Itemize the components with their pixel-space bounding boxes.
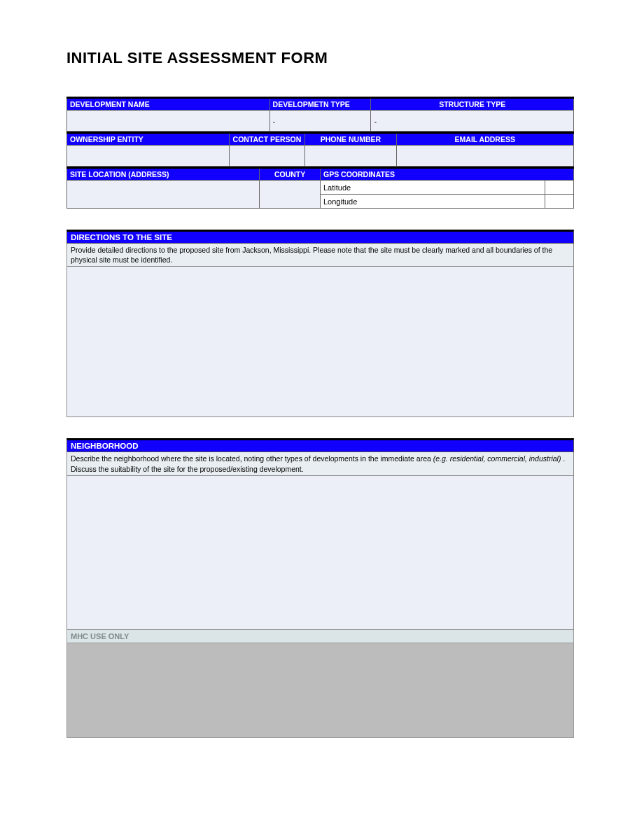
label-development-name: DEVELOPMENT NAME	[67, 98, 270, 111]
header-directions: DIRECTIONS TO THE SITE	[66, 230, 574, 244]
label-email-address: EMAIL ADDRESS	[396, 133, 573, 146]
input-longitude[interactable]	[545, 195, 573, 209]
label-county: COUNTY	[260, 168, 321, 181]
info-table-1: DEVELOPMENT NAME DEVELOPMETN TYPE STRUCT…	[66, 97, 574, 132]
input-structure-type[interactable]: -	[371, 111, 574, 132]
input-site-location[interactable]	[67, 181, 260, 209]
label-site-location: SITE LOCATION (ADDRESS)	[67, 168, 260, 181]
label-gps-coordinates: GPS COORDINATES	[320, 168, 573, 181]
neighborhood-instr-pre: Describe the neighborhood where the site…	[71, 454, 433, 463]
input-county[interactable]	[260, 181, 321, 209]
header-mhc-use-only: MHC USE ONLY	[66, 630, 574, 643]
input-phone-number[interactable]	[305, 146, 396, 167]
label-contact-person: CONTACT PERSON	[229, 133, 305, 146]
input-ownership-entity[interactable]	[67, 146, 230, 167]
input-development-name[interactable]	[67, 111, 270, 132]
instructions-neighborhood: Describe the neighborhood where the site…	[66, 452, 574, 475]
page-title: INITIAL SITE ASSESSMENT FORM	[66, 49, 574, 67]
label-development-type: DEVELOPMETN TYPE	[270, 98, 371, 111]
info-table-3: SITE LOCATION (ADDRESS) COUNTY GPS COORD…	[66, 167, 574, 209]
label-longitude: Longitude	[320, 195, 545, 209]
section-neighborhood: NEIGHBORHOOD Describe the neighborhood w…	[66, 438, 574, 737]
label-latitude: Latitude	[320, 181, 545, 195]
neighborhood-instr-em: (e.g. residential, commercial, industria…	[433, 454, 561, 463]
input-directions[interactable]	[66, 267, 574, 417]
input-development-type[interactable]: -	[270, 111, 371, 132]
area-mhc-use-only	[66, 643, 574, 738]
input-contact-person[interactable]	[229, 146, 305, 167]
instructions-directions: Provide detailed directions to the propo…	[66, 244, 574, 267]
label-phone-number: PHONE NUMBER	[305, 133, 396, 146]
label-structure-type: STRUCTURE TYPE	[371, 98, 574, 111]
header-neighborhood: NEIGHBORHOOD	[66, 438, 574, 452]
label-ownership-entity: OWNERSHIP ENTITY	[67, 133, 230, 146]
input-neighborhood[interactable]	[66, 476, 574, 630]
section-directions: DIRECTIONS TO THE SITE Provide detailed …	[66, 230, 574, 417]
input-email-address[interactable]	[396, 146, 573, 167]
info-table-2: OWNERSHIP ENTITY CONTACT PERSON PHONE NU…	[66, 132, 574, 167]
input-latitude[interactable]	[545, 181, 573, 195]
